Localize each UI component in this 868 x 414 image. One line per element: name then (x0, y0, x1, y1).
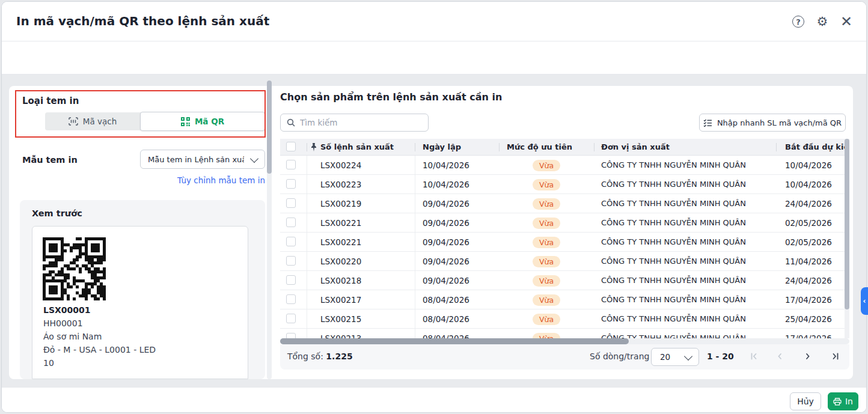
date-cell: 08/04/2026 (423, 314, 469, 324)
search-input[interactable] (300, 118, 420, 127)
prev-page-button[interactable] (774, 350, 786, 362)
column-divider (415, 309, 415, 328)
column-divider (307, 252, 307, 270)
print-barcode-dialog: In mã vạch/mã QR theo lệnh sản xuất ? ⚙ … (1, 1, 867, 413)
expand-side-panel-tab[interactable]: ‹ (861, 287, 868, 315)
row-checkbox[interactable] (286, 294, 296, 304)
column-divider (415, 175, 415, 193)
order-link[interactable]: LSX00219 (320, 199, 361, 209)
unit-cell: CÔNG TY TNHH NGUYỄN MINH QUÂN (601, 180, 746, 189)
row-checkbox[interactable] (286, 256, 296, 266)
column-divider (307, 213, 307, 232)
order-link[interactable]: LSX00221 (320, 237, 361, 247)
col-date[interactable]: Ngày lập (423, 142, 461, 151)
row-checkbox[interactable] (286, 237, 296, 246)
help-button[interactable]: ? (790, 14, 806, 29)
col-start[interactable]: Bắt đầu dự kiến (785, 142, 845, 151)
table-row: LSX0022410/04/2026VừaCÔNG TY TNHH NGUYỄN… (280, 156, 849, 175)
print-button[interactable]: In (828, 392, 858, 410)
template-label: Mẫu tem in (22, 155, 78, 165)
column-divider (415, 271, 415, 290)
priority-badge: Vừa (499, 332, 594, 338)
column-divider (307, 233, 307, 251)
start-date-cell: 24/04/2026 (785, 199, 832, 209)
row-checkbox[interactable] (286, 218, 296, 227)
column-divider (307, 175, 307, 193)
date-cell: 08/04/2026 (423, 295, 469, 305)
select-all-checkbox[interactable] (286, 142, 296, 151)
table-row: LSX0021308/04/2026VừaCÔNG TY TNHH NGUYỄN… (280, 329, 849, 338)
priority-badge: Vừa (499, 159, 594, 171)
chevron-left-icon: ‹ (863, 297, 866, 305)
print-button-label: In (845, 397, 853, 406)
table-vertical-scrollbar[interactable] (845, 139, 849, 338)
product-picker-title: Chọn sản phẩm trên lệnh sản xuất cần in (280, 91, 502, 103)
preview-product-code: HH00001 (43, 317, 156, 330)
row-checkbox[interactable] (286, 198, 296, 208)
table-row: LSX0022109/04/2026VừaCÔNG TY TNHH NGUYỄN… (280, 233, 849, 252)
start-date-cell: 10/04/2026 (785, 180, 832, 189)
table-row: LSX0022109/04/2026VừaCÔNG TY TNHH NGUYỄN… (280, 213, 849, 233)
rows-per-page-label: Số dòng/trang (590, 352, 649, 361)
order-link[interactable]: LSX00218 (320, 276, 361, 285)
column-divider (415, 329, 415, 338)
table-row: LSX0022310/04/2026VừaCÔNG TY TNHH NGUYỄN… (280, 175, 849, 194)
template-select[interactable]: Mẫu tem in Lệnh sản xuấ... (140, 150, 265, 169)
order-link[interactable]: LSX00223 (320, 180, 361, 189)
cancel-button[interactable]: Hủy (790, 392, 821, 410)
column-divider (415, 233, 415, 251)
start-date-cell: 17/04/2026 (785, 295, 832, 305)
content-card: Loại tem in Mã vạch Mã QR Mẫu tem in (9, 86, 853, 379)
quick-quantity-button[interactable]: Nhập nhanh SL mã vạch/mã QR (699, 114, 846, 132)
row-checkbox[interactable] (286, 275, 296, 285)
search-box[interactable] (280, 114, 429, 132)
start-date-cell: 17/04/2026 (785, 333, 832, 338)
column-divider (415, 290, 415, 309)
column-divider (415, 252, 415, 270)
start-date-cell: 25/04/2026 (785, 314, 832, 324)
row-checkbox[interactable] (286, 333, 296, 338)
order-link[interactable]: LSX00221 (320, 218, 361, 228)
row-checkbox[interactable] (286, 314, 296, 323)
priority-badge: Vừa (499, 198, 594, 210)
next-page-button[interactable] (802, 350, 814, 362)
table-row: LSX0021809/04/2026VừaCÔNG TY TNHH NGUYỄN… (280, 271, 849, 290)
priority-badge: Vừa (499, 178, 594, 190)
order-link[interactable]: LSX00224 (320, 160, 361, 170)
table-horizontal-scrollbar[interactable] (280, 338, 849, 344)
table-vertical-scroll-thumb[interactable] (845, 139, 849, 309)
quick-quantity-label: Nhập nhanh SL mã vạch/mã QR (717, 118, 842, 127)
table-horizontal-scroll-thumb[interactable] (280, 338, 629, 344)
print-by-row: In theo Lệnh sản xuấtSản phẩmMã quy cách… (2, 41, 866, 75)
col-priority[interactable]: Mức độ ưu tiên (507, 142, 572, 151)
chevron-down-icon (250, 154, 258, 163)
left-panel-scroll-thumb[interactable] (267, 81, 272, 174)
column-divider (415, 194, 415, 213)
date-cell: 09/04/2026 (423, 218, 469, 228)
order-link[interactable]: LSX00217 (320, 295, 361, 305)
printer-icon (833, 398, 842, 406)
close-button[interactable]: ✕ (839, 14, 854, 29)
left-panel-scrollbar[interactable] (267, 81, 272, 379)
order-link[interactable]: LSX00215 (320, 314, 361, 324)
col-unit[interactable]: Đơn vị sản xuất (601, 142, 670, 151)
chevron-down-icon (684, 352, 692, 361)
row-checkbox[interactable] (286, 179, 296, 189)
unit-cell: CÔNG TY TNHH NGUYỄN MINH QUÂN (601, 333, 746, 338)
row-checkbox[interactable] (286, 160, 296, 169)
date-cell: 10/04/2026 (423, 160, 469, 170)
date-cell: 08/04/2026 (423, 333, 469, 338)
order-link[interactable]: LSX00220 (320, 257, 361, 266)
preview-card: LSX00001 HH00001 Áo sơ mi Nam Đỏ - M - U… (32, 226, 248, 379)
order-link[interactable]: LSX00213 (320, 333, 361, 338)
customize-template-link[interactable]: Tùy chỉnh mẫu tem in (9, 175, 265, 185)
col-order[interactable]: Số lệnh sản xuất (320, 142, 394, 151)
dialog-footer: Hủy In (2, 387, 866, 413)
settings-button[interactable]: ⚙ (815, 14, 830, 29)
table-row: LSX0022009/04/2026VừaCÔNG TY TNHH NGUYỄN… (280, 252, 849, 271)
column-divider (307, 194, 307, 213)
first-page-button[interactable] (748, 350, 760, 362)
last-page-button[interactable] (830, 350, 842, 362)
rows-per-page-select[interactable]: 20 (651, 348, 699, 366)
priority-badge: Vừa (499, 275, 594, 287)
